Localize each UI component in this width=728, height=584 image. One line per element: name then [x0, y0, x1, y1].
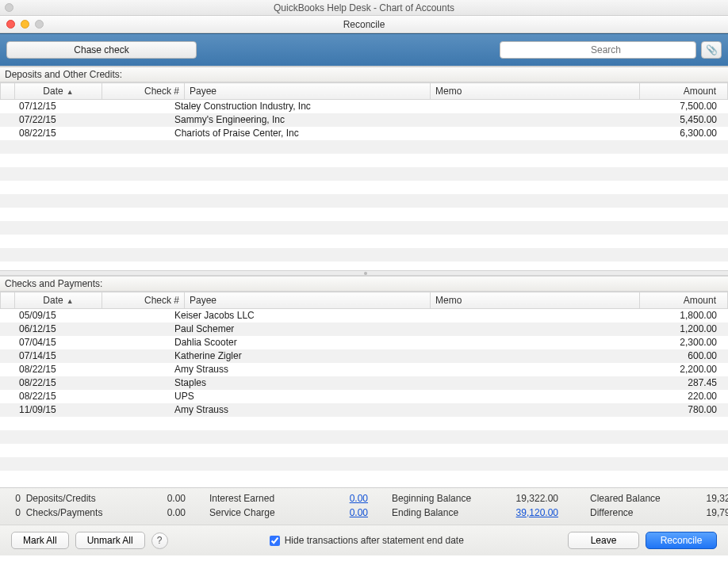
- table-row[interactable]: 07/04/15Dahlia Scooter2,300.00: [0, 336, 728, 349]
- difference-value: 19,798.00: [685, 507, 728, 518]
- minimize-window-icon[interactable]: [21, 20, 29, 29]
- bottom-bar: Mark All Unmark All ? Hide transactions …: [0, 525, 728, 555]
- payments-section-title: Checks and Payments:: [0, 276, 728, 292]
- payments-col-checknum[interactable]: Check #: [102, 292, 185, 309]
- toolbar: Chase check 🔍 📎: [0, 33, 728, 67]
- unmark-all-button[interactable]: Unmark All: [75, 532, 145, 549]
- table-row: [0, 248, 728, 261]
- beginning-balance-label: Beginning Balance: [392, 493, 487, 504]
- table-row: [0, 154, 728, 167]
- cleared-balance-value: 19,322.00: [685, 493, 728, 504]
- paperclip-icon: 📎: [706, 44, 718, 55]
- hide-transactions-label: Hide transactions after statement end da…: [285, 535, 464, 546]
- ending-balance-label: Ending Balance: [392, 507, 487, 518]
- table-row: [0, 471, 728, 484]
- outer-window-title: QuickBooks Help Desk - Chart of Accounts: [274, 2, 454, 13]
- hide-transactions-checkbox[interactable]: Hide transactions after statement end da…: [270, 535, 464, 546]
- table-row: [0, 444, 728, 457]
- payments-col-memo[interactable]: Memo: [431, 292, 640, 309]
- outer-title-bar: QuickBooks Help Desk - Chart of Accounts: [0, 0, 728, 16]
- table-row: [0, 417, 728, 430]
- inner-title-bar: Reconcile: [0, 16, 728, 33]
- table-row: [0, 221, 728, 235]
- table-row[interactable]: 07/14/15Katherine Zigler600.00: [0, 349, 728, 363]
- deposits-col-date[interactable]: Date▲: [15, 83, 102, 100]
- deposits-col-memo[interactable]: Memo: [431, 83, 640, 100]
- table-row[interactable]: 08/22/15Amy Strauss2,200.00: [0, 363, 728, 376]
- deposits-total: 0.00: [122, 493, 186, 504]
- zoom-window-icon: [35, 20, 44, 29]
- sort-asc-icon: ▲: [67, 88, 74, 96]
- leave-button[interactable]: Leave: [568, 532, 639, 549]
- payments-count: 0: [11, 507, 21, 518]
- table-row[interactable]: 08/22/15Chariots of Praise Center, Inc6,…: [0, 127, 728, 140]
- deposits-count: 0: [11, 493, 21, 504]
- cleared-balance-label: Cleared Balance: [590, 493, 685, 504]
- payments-header: Date▲ Check # Payee Memo Amount: [0, 292, 728, 309]
- summary-bar: 0 Deposits/Credits 0.00 Interest Earned …: [0, 487, 728, 525]
- help-button[interactable]: ?: [151, 532, 168, 549]
- window-controls: [6, 20, 44, 29]
- payments-count-label: Checks/Payments: [26, 507, 103, 518]
- search-input[interactable]: [500, 41, 696, 59]
- deposits-rows: 07/12/15Staley Construction Industry, In…: [0, 100, 728, 270]
- table-row: [0, 457, 728, 471]
- payments-col-date[interactable]: Date▲: [15, 292, 102, 309]
- payments-col-amount[interactable]: Amount: [640, 292, 728, 309]
- payments-col-payee[interactable]: Payee: [185, 292, 431, 309]
- table-row: [0, 261, 728, 270]
- deposits-col-amount[interactable]: Amount: [640, 83, 728, 100]
- table-row: [0, 430, 728, 444]
- sort-asc-icon: ▲: [67, 297, 74, 305]
- table-row: [0, 208, 728, 221]
- payments-total: 0.00: [122, 507, 186, 518]
- deposits-col-checkbox[interactable]: [1, 83, 15, 100]
- payments-col-checkbox[interactable]: [1, 292, 15, 309]
- service-charge-label: Service Charge: [209, 507, 297, 518]
- table-row[interactable]: 07/22/15Sammy's Engineering, Inc5,450.00: [0, 113, 728, 127]
- help-icon: ?: [157, 535, 163, 546]
- table-row[interactable]: 08/22/15UPS220.00: [0, 390, 728, 403]
- difference-label: Difference: [590, 507, 685, 518]
- service-charge-link[interactable]: 0.00: [350, 507, 368, 518]
- deposits-col-payee[interactable]: Payee: [185, 83, 431, 100]
- close-window-icon[interactable]: [6, 20, 15, 29]
- account-selector-button[interactable]: Chase check: [6, 41, 197, 59]
- hide-transactions-checkbox-input[interactable]: [270, 536, 280, 546]
- inner-window-title: Reconcile: [343, 19, 385, 30]
- table-row[interactable]: 05/09/15Keiser Jacobs LLC1,800.00: [0, 309, 728, 323]
- deposits-count-label: Deposits/Credits: [26, 493, 96, 504]
- split-handle[interactable]: [0, 270, 728, 276]
- table-row: [0, 181, 728, 194]
- table-row: [0, 235, 728, 248]
- reconcile-button[interactable]: Reconcile: [646, 532, 717, 549]
- beginning-balance-value: 19,322.00: [487, 493, 558, 504]
- table-row[interactable]: 08/22/15Staples287.45: [0, 376, 728, 390]
- ending-balance-link[interactable]: 39,120.00: [516, 507, 558, 518]
- table-row[interactable]: 07/12/15Staley Construction Industry, In…: [0, 100, 728, 113]
- deposits-section-title: Deposits and Other Credits:: [0, 67, 728, 82]
- table-row[interactable]: 06/12/15Paul Schemer1,200.00: [0, 323, 728, 336]
- interest-earned-link[interactable]: 0.00: [350, 493, 368, 504]
- disabled-traffic-light: [5, 3, 13, 12]
- attachment-button[interactable]: 📎: [701, 41, 722, 59]
- deposits-header: Date▲ Check # Payee Memo Amount: [0, 82, 728, 100]
- table-row[interactable]: 11/09/15Amy Strauss780.00: [0, 403, 728, 417]
- payments-rows: 05/09/15Keiser Jacobs LLC1,800.0006/12/1…: [0, 309, 728, 487]
- table-row: [0, 194, 728, 208]
- table-row: [0, 167, 728, 181]
- deposits-col-checknum[interactable]: Check #: [102, 83, 185, 100]
- table-row: [0, 140, 728, 154]
- mark-all-button[interactable]: Mark All: [11, 532, 69, 549]
- interest-earned-label: Interest Earned: [209, 493, 297, 504]
